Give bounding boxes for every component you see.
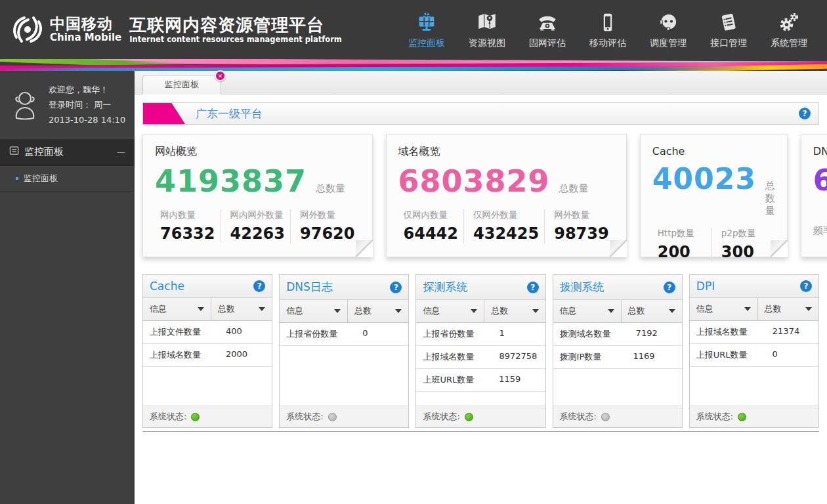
stat: Http数量 200	[652, 228, 711, 261]
column-header-info[interactable]: 信息	[143, 298, 211, 320]
welcome-text: 欢迎您，魏华！	[49, 83, 125, 98]
big-number: 4193837	[155, 164, 307, 199]
nav-label: 系统管理	[771, 37, 807, 49]
column-header-total[interactable]: 总数	[484, 300, 545, 322]
sidebar-section-label: 监控面板	[24, 146, 112, 158]
top-header: 中国移动 China Mobile 互联网内容资源管理平台 Internet c…	[0, 0, 827, 59]
table-row: 上报省份数量 0	[280, 323, 408, 346]
nav-label: 监控面板	[408, 37, 445, 49]
column-header-total[interactable]: 总数	[347, 300, 408, 322]
app-title-cn: 互联网内容资源管理平台	[129, 15, 342, 35]
status-dot	[738, 413, 746, 421]
panel-title: DPI	[696, 280, 715, 293]
nav-item-fixed-network-eval[interactable]: 固网评估	[529, 10, 566, 49]
page-title-bar: 广东一级平台 ?	[142, 102, 819, 125]
nav-item-dispatch-mgmt[interactable]: 调度管理	[650, 10, 687, 49]
panel-title: DNS日志	[286, 280, 333, 295]
column-header-total[interactable]: 总数	[621, 300, 682, 322]
help-icon[interactable]: ?	[390, 282, 402, 293]
tab-label: 监控面板	[165, 79, 199, 91]
column-header-info[interactable]: 信息	[553, 300, 621, 322]
chevron-down-icon	[259, 307, 265, 311]
table-row: 上报URL数量 0	[690, 344, 818, 367]
nav-label: 固网评估	[529, 37, 566, 49]
panel-title: Cache	[150, 280, 184, 293]
status-dot	[191, 413, 200, 421]
document-icon	[9, 146, 19, 158]
card-title: Cache	[652, 145, 775, 158]
panel-title: 拨测系统	[560, 280, 604, 295]
column-header-total[interactable]: 总数	[211, 298, 272, 320]
chevron-down-icon	[744, 307, 751, 311]
panel-dpi: DPI ? 信息 总数 上报域名数量	[689, 274, 819, 428]
user-box: 欢迎您，魏华！ 登录时间： 周一 2013-10-28 14:10	[0, 71, 135, 138]
table-row: 上报文件数量 400	[143, 321, 272, 344]
tab-monitor-panel[interactable]: 监控面板 ✕	[142, 75, 221, 94]
page-curl-decoration	[771, 240, 788, 257]
brand-name-en: China Mobile	[50, 32, 121, 43]
status-label: 系统状态:	[150, 411, 186, 423]
map-icon	[476, 10, 498, 33]
top-navigation: 监控面板 资源视图	[408, 10, 807, 49]
panel-dial-test-system: 拨测系统 ? 信息 总数 拨测域名数量	[553, 274, 683, 428]
page-title: 广东一级平台	[196, 106, 263, 121]
page-curl-decoration	[356, 240, 373, 257]
nav-label: 移动评估	[589, 37, 626, 49]
card-dns-hotspot: DNS热点上报 630 数量 频率 0 分钟	[801, 134, 827, 257]
help-icon[interactable]: ?	[253, 280, 265, 292]
mobile-phone-icon	[597, 10, 619, 33]
status-label: 系统状态:	[286, 411, 323, 423]
stat: p2p数量 300	[711, 228, 775, 261]
big-number-label: 总数量	[559, 182, 589, 195]
telephone-icon	[536, 10, 559, 33]
card-domain-overview: 域名概览 6803829 总数量 仅网内数量 64442 仅网外数量	[386, 134, 627, 257]
stat: 网内网外数量 42263	[221, 209, 291, 243]
help-icon[interactable]: ?	[799, 108, 811, 119]
big-number: 6803829	[398, 164, 550, 199]
user-info: 欢迎您，魏华！ 登录时间： 周一 2013-10-28 14:10	[49, 83, 125, 127]
nav-item-mobile-eval[interactable]: 移动评估	[589, 10, 626, 49]
help-icon[interactable]: ?	[527, 282, 539, 293]
nav-item-resource-view[interactable]: 资源视图	[469, 10, 505, 49]
column-header-total[interactable]: 总数	[757, 298, 818, 320]
status-label: 系统状态:	[696, 411, 733, 423]
panel-dns-log: DNS日志 ? 信息 总数 上报省份数量	[279, 274, 409, 428]
nav-item-monitor-panel[interactable]: 监控面板	[408, 10, 445, 49]
help-icon[interactable]: ?	[664, 282, 675, 293]
big-number-label: 总数量	[765, 180, 775, 217]
content: 广东一级平台 ? 网站概览 4193837 总数量 网内数量	[135, 94, 827, 432]
nav-item-interface-mgmt[interactable]: 接口管理	[710, 10, 747, 49]
sidebar-section-monitor-panel[interactable]: 监控面板 —	[0, 138, 135, 166]
big-number: 630	[813, 164, 827, 198]
status-label: 系统状态:	[560, 411, 597, 423]
panel-probe-system: 探测系统 ? 信息 总数 上报省份数量	[415, 274, 545, 428]
column-header-info[interactable]: 信息	[280, 300, 347, 322]
help-icon[interactable]: ?	[800, 280, 812, 292]
china-mobile-logo-icon	[11, 12, 45, 47]
column-header-info[interactable]: 信息	[690, 298, 757, 320]
login-time-line1: 登录时间： 周一	[49, 98, 125, 113]
summary-cards-row: 网站概览 4193837 总数量 网内数量 76332 网内网外数量	[142, 134, 819, 257]
chevron-down-icon	[532, 309, 539, 313]
stat: 仅网内数量 64442	[398, 209, 464, 243]
stat: 网外数量 98739	[544, 209, 614, 243]
status-dot	[601, 413, 610, 421]
headset-icon	[657, 10, 679, 33]
collapse-icon[interactable]: —	[117, 147, 125, 157]
notes-icon	[717, 10, 740, 33]
sidebar-item-monitor-panel[interactable]: 监控面板	[0, 166, 135, 192]
column-header-info[interactable]: 信息	[416, 300, 484, 322]
user-avatar-icon	[9, 88, 41, 122]
nav-label: 资源视图	[469, 37, 505, 49]
content-bottom-divider	[142, 431, 819, 432]
close-icon[interactable]: ✕	[215, 70, 226, 81]
status-dot	[328, 413, 337, 421]
table-row: 上班URL数量 1159	[416, 369, 545, 392]
chevron-down-icon	[669, 309, 675, 313]
main-area: 监控面板 ✕ 广东一级平台 ? 网站概览 4193837	[135, 71, 827, 504]
table-row: 上报域名数量 2000	[143, 344, 272, 367]
brand-ribbon	[0, 59, 827, 71]
chevron-down-icon	[805, 307, 812, 311]
nav-item-system-mgmt[interactable]: 系统管理	[771, 10, 807, 49]
page-curl-decoration	[610, 240, 627, 257]
